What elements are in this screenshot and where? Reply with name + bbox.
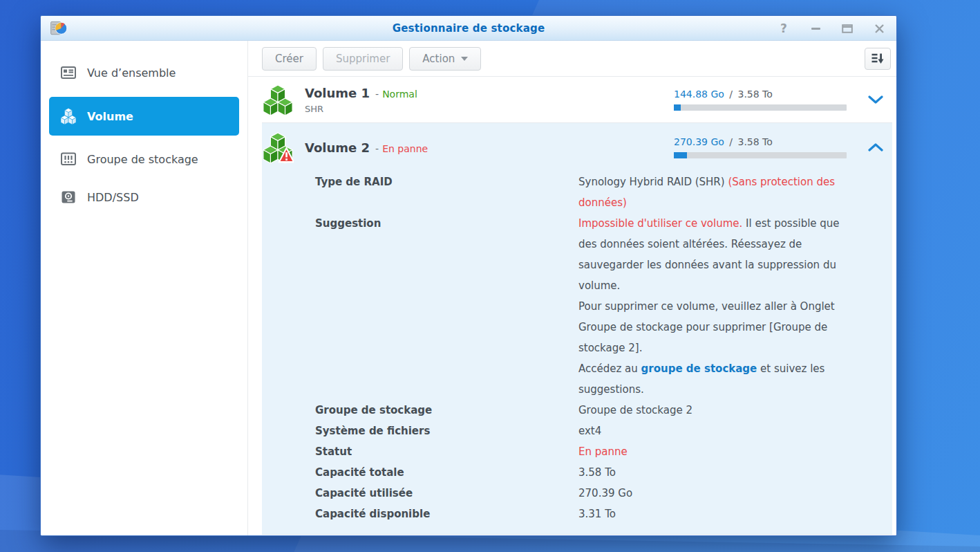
capacity-used: 270.39 Go bbox=[674, 136, 724, 147]
detail-label: Capacité utilisée bbox=[315, 483, 578, 504]
chevron-down-icon bbox=[868, 95, 883, 104]
main-panel: Créer Supprimer Action bbox=[248, 41, 896, 535]
detail-value: 270.39 Go bbox=[578, 483, 855, 504]
capacity-used: 144.88 Go bbox=[674, 89, 724, 100]
capacity-total: 3.58 To bbox=[737, 89, 772, 100]
volume-list: Volume 1 - Normal SHR 144.88 Go / 3.58 T… bbox=[248, 77, 896, 535]
detail-label: Groupe de stockage bbox=[315, 400, 578, 421]
volume-2-expanded-panel: Volume 2 - En panne 270.39 Go / 3.58 To bbox=[262, 123, 892, 535]
detail-value: 3.31 To bbox=[578, 504, 855, 524]
detail-text: 3.31 To bbox=[578, 508, 616, 520]
sidebar-item-label: Groupe de stockage bbox=[87, 153, 198, 166]
storage-pool-link[interactable]: groupe de stockage bbox=[641, 362, 757, 375]
volume-status: En panne bbox=[382, 143, 428, 154]
detail-label: Statut bbox=[315, 441, 578, 462]
sidebar-item-hdd-ssd[interactable]: HDD/SSD bbox=[49, 183, 239, 211]
detail-value: Synology Hybrid RAID (SHR) (Sans protect… bbox=[578, 172, 855, 213]
volume-2-row[interactable]: Volume 2 - En panne 270.39 Go / 3.58 To bbox=[262, 123, 892, 167]
detail-text: ext4 bbox=[578, 425, 601, 437]
toolbar: Créer Supprimer Action bbox=[248, 41, 896, 77]
detail-label: Suggestion bbox=[315, 213, 578, 400]
capacity-divider: / bbox=[729, 136, 733, 147]
minimize-icon bbox=[811, 28, 820, 30]
detail-text: 3.58 To bbox=[578, 466, 616, 479]
help-icon: ? bbox=[780, 21, 787, 35]
sidebar-item-storage-pool[interactable]: Groupe de stockage bbox=[49, 145, 239, 173]
detail-text: 270.39 Go bbox=[578, 487, 632, 499]
storage-pool-icon bbox=[60, 151, 77, 167]
status-separator: - bbox=[375, 143, 379, 154]
capacity-block: 270.39 Go / 3.58 To bbox=[674, 136, 847, 158]
detail-label: Capacité totale bbox=[315, 462, 578, 483]
detail-row: Capacité disponible3.31 To bbox=[315, 504, 892, 524]
status-separator: - bbox=[375, 89, 379, 100]
chevron-up-icon bbox=[868, 142, 883, 152]
capacity-total: 3.58 To bbox=[737, 136, 772, 147]
volume-icon bbox=[60, 108, 77, 125]
overview-icon bbox=[60, 64, 77, 81]
volume-status: Normal bbox=[382, 89, 417, 100]
detail-row: StatutEn panne bbox=[315, 441, 892, 462]
detail-label: Capacité disponible bbox=[315, 504, 578, 524]
detail-value: Groupe de stockage 2 bbox=[578, 400, 855, 421]
help-button[interactable]: ? bbox=[776, 21, 791, 36]
capacity-block: 144.88 Go / 3.58 To bbox=[674, 89, 847, 111]
collapse-volume-2-button[interactable] bbox=[867, 142, 884, 152]
sidebar-item-label: Volume bbox=[87, 110, 133, 123]
detail-text: Synology Hybrid RAID (SHR) bbox=[578, 176, 728, 188]
detail-value: 3.58 To bbox=[578, 462, 855, 483]
detail-value: En panne bbox=[578, 441, 855, 462]
maximize-button[interactable] bbox=[840, 21, 855, 36]
window-title: Gestionnaire de stockage bbox=[41, 22, 896, 35]
delete-button[interactable]: Supprimer bbox=[323, 47, 403, 71]
sort-list-icon bbox=[871, 53, 885, 65]
detail-label: Type de RAID bbox=[315, 172, 578, 213]
chevron-down-icon bbox=[461, 57, 468, 61]
detail-text: En panne bbox=[578, 445, 628, 458]
detail-row: Capacité totale3.58 To bbox=[315, 462, 892, 483]
detail-text: Impossible d'utiliser ce volume. bbox=[578, 217, 742, 230]
volume-name: Volume 1 bbox=[305, 86, 370, 100]
detail-value: ext4 bbox=[578, 421, 855, 441]
detail-value: Impossible d'utiliser ce volume. Il est … bbox=[578, 213, 855, 400]
detail-text: Groupe de stockage 2 bbox=[578, 404, 692, 416]
volume-warning-icon bbox=[262, 131, 294, 163]
detail-row: Système de fichiersext4 bbox=[315, 421, 892, 441]
volume-details: Type de RAIDSynology Hybrid RAID (SHR) (… bbox=[262, 167, 892, 534]
capacity-progressbar bbox=[674, 104, 847, 111]
capacity-divider: / bbox=[729, 89, 733, 100]
expand-volume-1-button[interactable] bbox=[867, 95, 884, 104]
detail-text: Accédez au bbox=[578, 362, 641, 375]
create-button-label: Créer bbox=[275, 53, 303, 65]
delete-button-label: Supprimer bbox=[336, 53, 390, 65]
sidebar-item-label: Vue d’ensemble bbox=[87, 66, 176, 80]
action-dropdown-button[interactable]: Action bbox=[409, 47, 481, 71]
close-button[interactable] bbox=[871, 21, 887, 36]
minimize-button[interactable] bbox=[808, 21, 823, 36]
sidebar-item-label: HDD/SSD bbox=[87, 191, 139, 204]
volume-raid-type: SHR bbox=[305, 104, 674, 114]
volume-name: Volume 2 bbox=[305, 140, 370, 155]
detail-row: Type de RAIDSynology Hybrid RAID (SHR) (… bbox=[315, 172, 892, 213]
sort-list-button[interactable] bbox=[865, 48, 891, 70]
sidebar-item-overview[interactable]: Vue d’ensemble bbox=[49, 59, 239, 86]
detail-row: Capacité utilisée270.39 Go bbox=[315, 483, 892, 504]
sidebar: Vue d’ensemble bbox=[41, 41, 248, 535]
titlebar[interactable]: Gestionnaire de stockage ? bbox=[41, 16, 896, 41]
capacity-progressbar bbox=[674, 152, 847, 158]
create-button[interactable]: Créer bbox=[262, 47, 317, 71]
volume-normal-icon bbox=[262, 84, 294, 116]
detail-row: SuggestionImpossible d'utiliser ce volum… bbox=[315, 213, 892, 400]
action-button-label: Action bbox=[422, 53, 455, 65]
hdd-icon bbox=[60, 189, 77, 205]
sidebar-item-volume[interactable]: Volume bbox=[49, 97, 239, 136]
maximize-icon bbox=[842, 24, 853, 33]
storage-manager-app-icon bbox=[49, 19, 68, 38]
volume-1-row[interactable]: Volume 1 - Normal SHR 144.88 Go / 3.58 T… bbox=[262, 77, 892, 123]
capacity-progress-fill bbox=[674, 152, 687, 158]
capacity-progress-fill bbox=[674, 104, 681, 111]
detail-row: Groupe de stockageGroupe de stockage 2 bbox=[315, 400, 892, 421]
storage-manager-window: Gestionnaire de stockage ? bbox=[40, 15, 897, 536]
close-icon bbox=[874, 24, 885, 34]
detail-label: Système de fichiers bbox=[315, 421, 578, 441]
